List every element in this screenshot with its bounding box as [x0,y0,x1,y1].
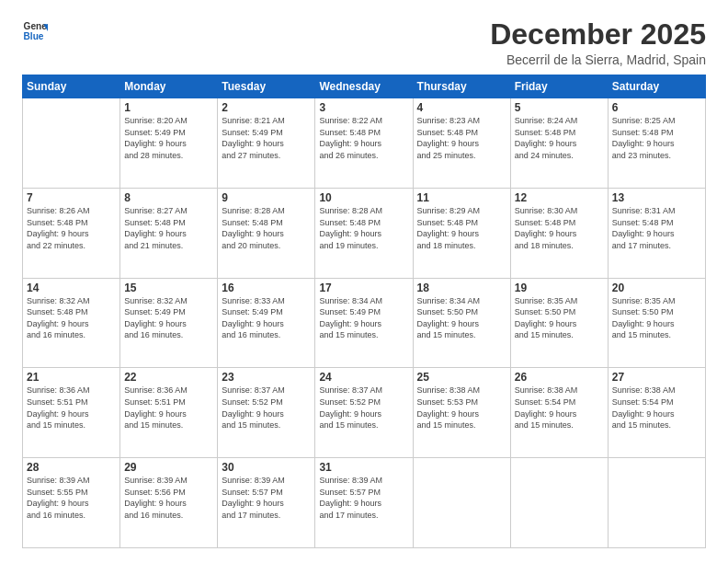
calendar-table: Sunday Monday Tuesday Wednesday Thursday… [22,75,706,548]
subtitle: Becerril de la Sierra, Madrid, Spain [490,52,706,67]
day-info: Sunrise: 8:29 AM Sunset: 5:48 PM Dayligh… [417,205,506,251]
day-number: 21 [27,371,116,384]
day-number: 18 [417,282,506,294]
col-tuesday: Tuesday [218,75,315,98]
day-info: Sunrise: 8:35 AM Sunset: 5:50 PM Dayligh… [515,295,604,341]
calendar-cell: 13Sunrise: 8:31 AM Sunset: 5:48 PM Dayli… [608,188,705,278]
day-info: Sunrise: 8:38 AM Sunset: 5:53 PM Dayligh… [417,385,506,431]
calendar-week-3: 21Sunrise: 8:36 AM Sunset: 5:51 PM Dayli… [23,368,706,458]
calendar-cell: 17Sunrise: 8:34 AM Sunset: 5:49 PM Dayli… [315,278,413,368]
day-info: Sunrise: 8:30 AM Sunset: 5:48 PM Dayligh… [515,205,604,251]
day-number: 11 [417,191,506,204]
day-number: 17 [319,282,408,294]
calendar-cell: 10Sunrise: 8:28 AM Sunset: 5:48 PM Dayli… [315,188,413,278]
calendar-week-1: 7Sunrise: 8:26 AM Sunset: 5:48 PM Daylig… [23,188,706,278]
calendar-cell: 12Sunrise: 8:30 AM Sunset: 5:48 PM Dayli… [510,188,608,278]
day-info: Sunrise: 8:36 AM Sunset: 5:51 PM Dayligh… [27,385,116,431]
calendar-cell: 2Sunrise: 8:21 AM Sunset: 5:49 PM Daylig… [218,98,315,189]
day-info: Sunrise: 8:24 AM Sunset: 5:48 PM Dayligh… [515,115,604,161]
col-monday: Monday [120,75,218,98]
day-number: 4 [417,101,506,114]
day-number: 26 [515,371,604,384]
calendar-cell: 3Sunrise: 8:22 AM Sunset: 5:48 PM Daylig… [315,98,413,189]
day-info: Sunrise: 8:33 AM Sunset: 5:49 PM Dayligh… [222,295,311,341]
day-number: 25 [417,371,506,384]
col-sunday: Sunday [23,75,120,98]
day-number: 16 [222,282,311,294]
day-number: 13 [612,191,701,204]
day-info: Sunrise: 8:37 AM Sunset: 5:52 PM Dayligh… [319,385,408,431]
header-row: Sunday Monday Tuesday Wednesday Thursday… [23,75,706,98]
calendar-cell: 8Sunrise: 8:27 AM Sunset: 5:48 PM Daylig… [120,188,218,278]
calendar-cell [510,458,608,548]
calendar-cell: 16Sunrise: 8:33 AM Sunset: 5:49 PM Dayli… [218,278,315,368]
day-info: Sunrise: 8:34 AM Sunset: 5:49 PM Dayligh… [319,295,408,341]
day-info: Sunrise: 8:35 AM Sunset: 5:50 PM Dayligh… [612,295,701,341]
col-wednesday: Wednesday [315,75,413,98]
day-info: Sunrise: 8:39 AM Sunset: 5:57 PM Dayligh… [222,475,311,521]
day-number: 15 [124,282,213,294]
calendar-cell: 7Sunrise: 8:26 AM Sunset: 5:48 PM Daylig… [23,188,120,278]
logo: General Blue [22,18,48,44]
day-number: 1 [124,101,213,114]
day-number: 5 [515,101,604,114]
calendar-cell: 18Sunrise: 8:34 AM Sunset: 5:50 PM Dayli… [413,278,510,368]
day-info: Sunrise: 8:38 AM Sunset: 5:54 PM Dayligh… [612,385,701,431]
calendar-week-0: 1Sunrise: 8:20 AM Sunset: 5:49 PM Daylig… [23,98,706,189]
day-info: Sunrise: 8:36 AM Sunset: 5:51 PM Dayligh… [124,385,213,431]
calendar-cell: 22Sunrise: 8:36 AM Sunset: 5:51 PM Dayli… [120,368,218,458]
day-number: 31 [319,461,408,474]
day-info: Sunrise: 8:23 AM Sunset: 5:48 PM Dayligh… [417,115,506,161]
calendar-cell: 23Sunrise: 8:37 AM Sunset: 5:52 PM Dayli… [218,368,315,458]
calendar-cell: 4Sunrise: 8:23 AM Sunset: 5:48 PM Daylig… [413,98,510,189]
col-thursday: Thursday [413,75,510,98]
calendar-week-2: 14Sunrise: 8:32 AM Sunset: 5:48 PM Dayli… [23,278,706,368]
day-number: 19 [515,282,604,294]
day-number: 30 [222,461,311,474]
day-number: 8 [124,191,213,204]
calendar-cell: 25Sunrise: 8:38 AM Sunset: 5:53 PM Dayli… [413,368,510,458]
day-number: 3 [319,101,408,114]
col-friday: Friday [510,75,608,98]
calendar-cell [23,98,120,189]
day-number: 6 [612,101,701,114]
day-info: Sunrise: 8:37 AM Sunset: 5:52 PM Dayligh… [222,385,311,431]
calendar-cell: 30Sunrise: 8:39 AM Sunset: 5:57 PM Dayli… [218,458,315,548]
day-info: Sunrise: 8:32 AM Sunset: 5:48 PM Dayligh… [27,295,116,341]
day-number: 20 [612,282,701,294]
day-info: Sunrise: 8:25 AM Sunset: 5:48 PM Dayligh… [612,115,701,161]
day-info: Sunrise: 8:31 AM Sunset: 5:48 PM Dayligh… [612,205,701,251]
calendar-cell: 20Sunrise: 8:35 AM Sunset: 5:50 PM Dayli… [608,278,705,368]
calendar-cell: 26Sunrise: 8:38 AM Sunset: 5:54 PM Dayli… [510,368,608,458]
day-info: Sunrise: 8:39 AM Sunset: 5:56 PM Dayligh… [124,475,213,521]
day-info: Sunrise: 8:27 AM Sunset: 5:48 PM Dayligh… [124,205,213,251]
calendar-week-4: 28Sunrise: 8:39 AM Sunset: 5:55 PM Dayli… [23,458,706,548]
calendar-cell: 21Sunrise: 8:36 AM Sunset: 5:51 PM Dayli… [23,368,120,458]
day-number: 2 [222,101,311,114]
calendar-cell: 11Sunrise: 8:29 AM Sunset: 5:48 PM Dayli… [413,188,510,278]
day-info: Sunrise: 8:34 AM Sunset: 5:50 PM Dayligh… [417,295,506,341]
day-info: Sunrise: 8:22 AM Sunset: 5:48 PM Dayligh… [319,115,408,161]
calendar-cell: 24Sunrise: 8:37 AM Sunset: 5:52 PM Dayli… [315,368,413,458]
col-saturday: Saturday [608,75,705,98]
svg-text:Blue: Blue [24,31,44,41]
calendar-cell: 28Sunrise: 8:39 AM Sunset: 5:55 PM Dayli… [23,458,120,548]
calendar-cell: 31Sunrise: 8:39 AM Sunset: 5:57 PM Dayli… [315,458,413,548]
calendar-cell [608,458,705,548]
day-info: Sunrise: 8:28 AM Sunset: 5:48 PM Dayligh… [319,205,408,251]
calendar-cell: 19Sunrise: 8:35 AM Sunset: 5:50 PM Dayli… [510,278,608,368]
calendar-cell: 14Sunrise: 8:32 AM Sunset: 5:48 PM Dayli… [23,278,120,368]
calendar-cell: 29Sunrise: 8:39 AM Sunset: 5:56 PM Dayli… [120,458,218,548]
month-title: December 2025 [490,18,706,51]
day-number: 7 [27,191,116,204]
calendar-cell: 9Sunrise: 8:28 AM Sunset: 5:48 PM Daylig… [218,188,315,278]
calendar-cell: 1Sunrise: 8:20 AM Sunset: 5:49 PM Daylig… [120,98,218,189]
day-info: Sunrise: 8:21 AM Sunset: 5:49 PM Dayligh… [222,115,311,161]
calendar-cell: 6Sunrise: 8:25 AM Sunset: 5:48 PM Daylig… [608,98,705,189]
day-number: 14 [27,282,116,294]
day-number: 28 [27,461,116,474]
calendar-cell [413,458,510,548]
day-number: 10 [319,191,408,204]
page: General Blue December 2025 Becerril de l… [0,0,728,563]
logo-icon: General Blue [22,18,48,44]
